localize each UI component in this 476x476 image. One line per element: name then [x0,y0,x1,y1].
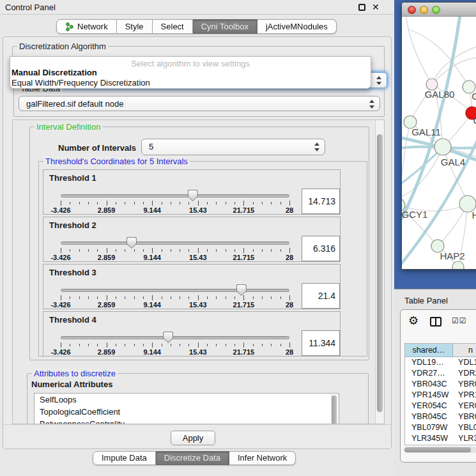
slider-ticks [61,295,289,301]
table-row[interactable]: YIL052CYIL0 [405,444,476,445]
slider-thumb[interactable] [127,237,137,249]
scrollbar-thumb[interactable] [404,447,471,452]
action-bar: Apply [3,424,391,449]
table-row[interactable]: YDR27…YDR2 [405,368,476,379]
close-traffic-light-icon[interactable] [408,6,416,14]
table-row[interactable]: YPR145WYPR1 [405,390,476,401]
cell-shared-name[interactable]: YPR145W [405,390,453,401]
list-scrollbar[interactable] [330,394,338,424]
table-panel-title: Table Panel [404,296,448,305]
cell-name[interactable]: YER0 [453,401,476,411]
numerical-attributes-label: Numerical Attributes [31,380,112,389]
cell-shared-name[interactable]: YDL19… [405,357,453,368]
table-row[interactable]: YER054CYER0 [405,401,476,411]
panel-title: Control Panel [5,3,56,12]
minimize-traffic-light-icon[interactable] [420,6,428,14]
cell-name[interactable]: YBL0 [453,422,476,433]
cell-shared-name[interactable]: YLR345W [405,433,453,444]
slider-track[interactable] [61,336,289,339]
threshold-slider[interactable]: -3.4262.8599.14415.4321.71528 [61,312,289,357]
table-row[interactable]: YBL079WYBL0 [405,422,476,433]
close-icon[interactable]: ✕ [372,2,380,12]
group-title: Attributes to discretize [32,369,118,378]
interval-definition-group: Interval Definition Number of Intervals … [29,127,369,360]
tab-network[interactable]: Network [56,19,117,34]
table-row[interactable]: YBR043CYBR0 [405,379,476,390]
slider-thumb[interactable] [236,284,247,296]
tab-label: Impute Data [102,452,147,464]
attribute-list-item[interactable]: TopologicalCoefficient [35,406,339,418]
threshold-value-field[interactable]: 14.713 [302,188,340,214]
scrollbar-thumb[interactable] [377,134,383,412]
cell-name[interactable]: YBR0 [453,379,476,390]
tab-jactivemnodules[interactable]: jActiveMNodules [257,19,337,34]
gear-icon[interactable]: ⚙ [408,315,418,326]
column-header-name[interactable]: n [453,344,476,357]
stepper-icon [369,99,375,109]
node-label: C [473,115,476,126]
attribute-list-item[interactable]: SelfLoops [35,394,339,406]
zoom-traffic-light-icon[interactable] [432,6,440,14]
tab-impute-data[interactable]: Impute Data [93,451,156,465]
threshold-slider[interactable]: -3.4262.8599.14415.4321.71528 [61,265,289,310]
threshold-slider[interactable]: -3.4262.8599.14415.4321.71528 [61,217,289,263]
slider-track[interactable] [61,242,289,245]
threshold-value-field[interactable]: 21.4 [302,283,340,309]
column-header-shared-name[interactable]: shared… [405,344,453,357]
table-row[interactable]: YDL19…YDL1 [405,357,476,368]
cell-name[interactable]: YPR1 [453,390,476,401]
cell-shared-name[interactable]: YBR043C [405,379,453,390]
popup-item-manual-discretization[interactable]: Manual Discretization [12,68,97,77]
attribute-list-item[interactable]: BetweennessCentrality [35,418,339,424]
threshold-slider[interactable]: -3.4262.8599.14415.4321.71528 [61,170,289,215]
apply-button[interactable]: Apply [171,431,215,445]
cell-shared-name[interactable]: YBL079W [405,422,453,433]
network-canvas[interactable]: GAL80GACGAL11GAL4GCY1HHAP2 [402,17,476,270]
threshold-value-field[interactable]: 11.344 [302,330,340,356]
tab-style[interactable]: Style [117,19,153,34]
slider-thumb[interactable] [163,332,173,343]
network-node[interactable] [434,139,451,155]
tab-cyni-toolbox[interactable]: Cyni Toolbox [193,19,257,34]
node-table[interactable]: shared… n YDL19…YDL1YDR27…YDR2YBR043CYBR… [404,343,476,445]
thresholds-group: Threshold's Coordinates for 5 Intervals … [38,161,367,357]
horizontal-scrollbar[interactable] [404,447,476,453]
slider-track[interactable] [61,289,289,292]
cell-shared-name[interactable]: YER054C [405,401,453,411]
cell-name[interactable]: YDL1 [453,357,476,368]
numerical-attributes-list[interactable]: SelfLoopsTopologicalCoefficientBetweenne… [34,393,339,424]
slider-track[interactable] [61,194,289,197]
cell-shared-name[interactable]: YDR27… [405,368,453,379]
threshold-1-block: Threshold 1 -3.4262.8599.14415.4321.7152… [43,169,341,215]
threshold-value-field[interactable]: 6.316 [302,236,340,261]
tab-infer-network[interactable]: Infer Network [229,451,296,465]
vertical-scrollbar[interactable] [375,120,384,424]
table-rows: YDL19…YDL1YDR27…YDR2YBR043CYBR0YPR145WYP… [405,357,476,445]
float-window-icon[interactable] [358,4,365,11]
cell-shared-name[interactable]: YBR045C [405,411,453,422]
select-columns-icon[interactable]: ☑☑ [452,316,467,325]
control-panel: Control Panel ✕ Network Style Select Cyn… [0,0,394,476]
tab-select[interactable]: Select [153,19,193,34]
cell-name[interactable]: YLR3 [453,433,476,444]
cell-shared-name[interactable]: YIL052C [405,444,453,445]
number-of-intervals-spinner[interactable]: 5 [141,139,325,155]
split-panel-icon[interactable] [430,317,441,326]
cell-name[interactable]: YDR2 [453,368,476,379]
tab-label: jActiveMNodules [266,20,328,33]
network-view-window[interactable]: GAL80GACGAL11GAL4GCY1HHAP2 [401,2,476,270]
tab-label: Discretize Data [164,452,220,464]
node-label: GCY1 [402,209,427,220]
cell-name[interactable]: YBR0 [453,411,476,422]
table-row[interactable]: YLR345WYLR3 [405,433,476,444]
network-window-titlebar[interactable] [402,3,476,17]
popup-placeholder: Select algorithm to view settings [10,59,371,68]
table-row[interactable]: YBR045CYBR0 [405,411,476,422]
table-data-combobox[interactable]: galFiltered.sif default node [19,96,380,111]
tab-discretize-data[interactable]: Discretize Data [156,451,229,465]
table-header-row: shared… n [405,344,476,357]
slider-thumb[interactable] [188,190,198,201]
cell-name[interactable]: YIL0 [453,444,476,445]
popup-item-equal-width-frequency[interactable]: Equal Width/Frequency Discretization [12,78,150,88]
network-node[interactable] [452,261,464,270]
